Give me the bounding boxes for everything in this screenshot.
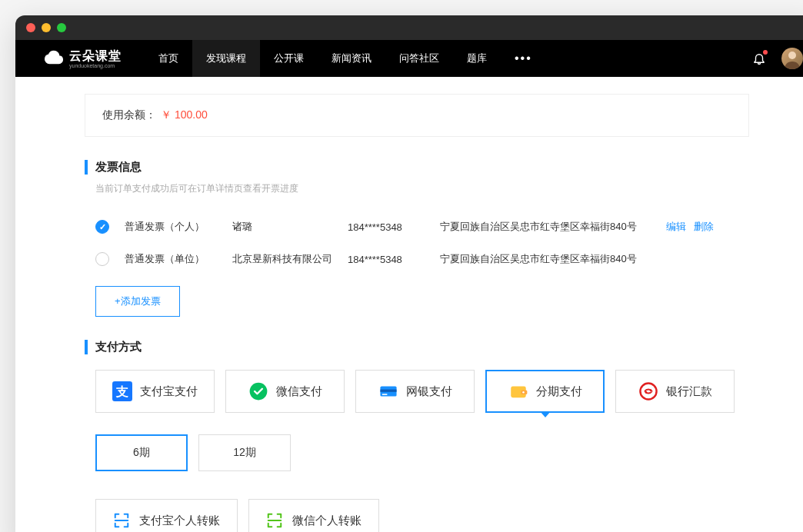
wechat-icon [248, 381, 268, 401]
add-invoice-button[interactable]: +添加发票 [95, 286, 180, 317]
invoice-name: 北京昱新科技有限公司 [232, 252, 332, 266]
nav-items: 首页发现课程公开课新闻资讯问答社区题库 [145, 40, 501, 77]
invoice-address: 宁夏回族自治区吴忠市红寺堡区幸福街840号 [440, 220, 637, 234]
invoice-delete[interactable]: 删除 [694, 220, 714, 234]
invoice-row: 普通发票（个人）诸璐184****5348宁夏回族自治区吴忠市红寺堡区幸福街84… [95, 211, 749, 243]
invoice-type: 普通发票（单位） [125, 252, 217, 266]
transfer-label: 微信个人转账 [292, 514, 362, 528]
svg-point-0 [788, 52, 796, 59]
scan-icon [113, 512, 130, 529]
notification-dot [763, 50, 768, 55]
payment-method-label: 微信支付 [276, 384, 322, 399]
invoice-type: 普通发票（个人） [125, 220, 217, 234]
payment-method-wechat[interactable]: 微信支付 [225, 370, 345, 413]
invoice-radio[interactable] [95, 252, 109, 266]
transfer-row: 支付宝个人转账微信个人转账 [85, 499, 749, 532]
svg-rect-5 [380, 390, 396, 392]
payment-method-label: 支付宝支付 [140, 384, 198, 399]
window-close-dot[interactable] [26, 23, 35, 32]
payment-method-label: 银行汇款 [666, 384, 712, 399]
balance-amount: ￥ 100.00 [161, 108, 208, 122]
main-content: 使用余额： ￥ 100.00 发票信息 当前订单支付成功后可在订单详情页查看开票… [15, 77, 803, 532]
balance-box: 使用余额： ￥ 100.00 [85, 94, 749, 137]
invoice-list: 普通发票（个人）诸璐184****5348宁夏回族自治区吴忠市红寺堡区幸福街84… [85, 211, 749, 275]
bank-transfer-icon [638, 381, 658, 401]
payment-method-bankcard[interactable]: 网银支付 [355, 370, 475, 413]
bankcard-icon [378, 381, 398, 401]
nav-item-2[interactable]: 公开课 [260, 40, 318, 77]
invoice-hint: 当前订单支付成功后可在订单详情页查看开票进度 [85, 182, 749, 195]
payment-method-alipay[interactable]: 支支付宝支付 [95, 370, 215, 413]
transfer-label: 支付宝个人转账 [139, 514, 220, 528]
payment-method-installment[interactable]: 分期支付 [485, 370, 605, 413]
invoice-row: 普通发票（单位）北京昱新科技有限公司184****5348宁夏回族自治区吴忠市红… [95, 243, 749, 275]
notification-bell[interactable] [752, 52, 766, 65]
svg-rect-6 [382, 394, 387, 395]
brand-logo[interactable]: 云朵课堂 yunduoketang.com [43, 48, 122, 69]
brand-domain: yunduoketang.com [69, 63, 122, 68]
payment-method-grid: 支支付宝支付微信支付网银支付分期支付银行汇款 [85, 370, 749, 413]
payment-title: 支付方式 [85, 340, 749, 354]
window-minimize-dot[interactable] [42, 23, 51, 32]
transfer-option-wechat-personal[interactable]: 微信个人转账 [248, 499, 379, 532]
window-titlebar [15, 15, 803, 40]
period-row: 6期12期 [85, 434, 749, 471]
invoice-actions: 编辑删除 [666, 220, 714, 234]
nav-more[interactable]: ••• [501, 52, 546, 65]
period-option-12[interactable]: 12期 [198, 434, 291, 471]
svg-text:支: 支 [115, 384, 128, 398]
invoice-radio[interactable] [95, 220, 109, 234]
transfer-option-alipay-personal[interactable]: 支付宝个人转账 [95, 499, 238, 532]
avatar-icon [781, 48, 803, 69]
invoice-name: 诸璐 [232, 220, 332, 234]
payment-method-label: 网银支付 [406, 384, 452, 399]
nav-item-1[interactable]: 发现课程 [192, 40, 260, 77]
nav-item-4[interactable]: 问答社区 [385, 40, 453, 77]
nav-item-0[interactable]: 首页 [145, 40, 192, 77]
nav-item-3[interactable]: 新闻资讯 [318, 40, 385, 77]
invoice-address: 宁夏回族自治区吴忠市红寺堡区幸福街840号 [440, 252, 637, 266]
invoice-section: 发票信息 当前订单支付成功后可在订单详情页查看开票进度 普通发票（个人）诸璐18… [85, 160, 749, 317]
payment-method-banktransfer[interactable]: 银行汇款 [615, 370, 735, 413]
cloud-logo-icon [43, 48, 65, 69]
svg-point-9 [522, 391, 524, 393]
invoice-phone: 184****5348 [348, 221, 425, 233]
svg-point-10 [640, 383, 656, 399]
top-navigation: 云朵课堂 yunduoketang.com 首页发现课程公开课新闻资讯问答社区题… [15, 40, 803, 77]
nav-right [752, 48, 803, 69]
user-avatar[interactable] [781, 48, 803, 69]
payment-section: 支付方式 支支付宝支付微信支付网银支付分期支付银行汇款 6期12期 支付宝个人转… [85, 340, 749, 532]
period-option-6[interactable]: 6期 [95, 434, 188, 471]
invoice-phone: 184****5348 [348, 254, 425, 265]
nav-item-5[interactable]: 题库 [453, 40, 501, 77]
window-maximize-dot[interactable] [57, 23, 66, 32]
brand-name: 云朵课堂 [69, 48, 122, 65]
scan-icon [266, 512, 283, 529]
app-window: 云朵课堂 yunduoketang.com 首页发现课程公开课新闻资讯问答社区题… [15, 15, 803, 532]
invoice-edit[interactable]: 编辑 [666, 220, 686, 234]
wallet-icon [508, 381, 528, 401]
alipay-icon: 支 [112, 381, 132, 401]
invoice-title: 发票信息 [85, 160, 749, 175]
payment-method-label: 分期支付 [536, 384, 582, 399]
balance-label: 使用余额： [102, 108, 156, 122]
